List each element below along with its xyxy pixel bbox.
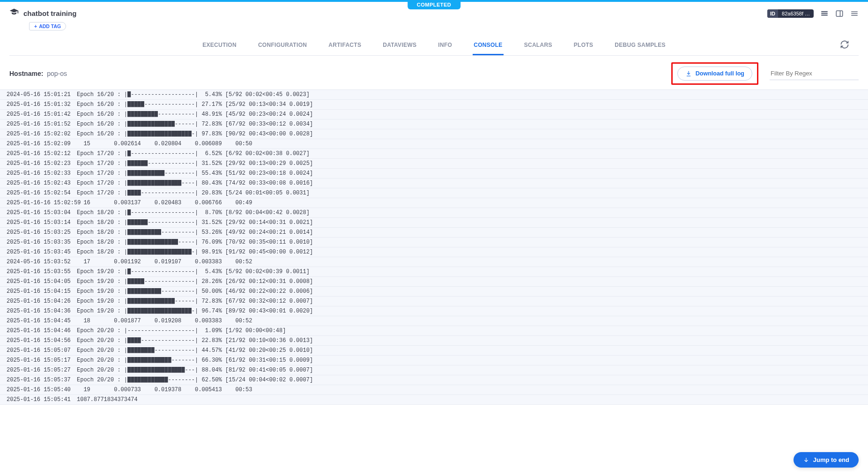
log-row: 2025-01-16 15:02:33Epoch 17/20 : |██████…: [0, 169, 868, 178]
menu-icon[interactable]: [850, 9, 859, 18]
panel-toggle-icon[interactable]: [835, 9, 844, 18]
download-full-log-button[interactable]: Download full log: [677, 67, 752, 81]
console-toolbar: Hostname: pop-os Download full log: [0, 56, 868, 90]
add-tag-row: + ADD TAG: [29, 22, 859, 30]
log-timestamp: 2025-01-16 15:03:35: [7, 239, 77, 245]
log-message: Epoch 18/20 : |███████████████-----| 76.…: [77, 239, 861, 245]
log-row: 2025-01-16 15:02:43Epoch 17/20 : |██████…: [0, 178, 868, 188]
plus-icon: +: [34, 23, 37, 29]
task-id-value: 82a6358f …: [778, 9, 814, 18]
log-message: 18 0.001877 0.019208 0.003383 00:52: [77, 318, 861, 324]
log-message: 19 0.000733 0.019378 0.005413 00:53: [77, 387, 861, 393]
log-timestamp: 2025-01-16 15:05:27: [7, 367, 77, 373]
tab-dataviews[interactable]: DATAVIEWS: [382, 37, 417, 55]
log-message: Epoch 20/20 : |████----------------| 22.…: [77, 337, 861, 344]
log-row: 2025-01-16 15:02:12Epoch 17/20 : |█-----…: [0, 149, 868, 159]
task-id-pill[interactable]: ID 82a6358f …: [767, 9, 814, 18]
log-timestamp: 2025-01-16 15:04:26: [7, 298, 77, 305]
list-view-icon[interactable]: [820, 9, 829, 18]
header-actions: ID 82a6358f …: [767, 9, 859, 18]
log-row: 2025-01-16 15:02:23Epoch 17/20 : |██████…: [0, 159, 868, 169]
log-message: Epoch 20/20 : |████████████--------| 62.…: [77, 377, 861, 383]
log-row: 2025-01-16 15:03:55Epoch 19/20 : |█-----…: [0, 267, 868, 277]
hostname-value: pop-os: [47, 70, 67, 77]
log-row: 2025-01-16 15:05:37Epoch 20/20 : |██████…: [0, 375, 868, 385]
log-message: Epoch 19/20 : |██████████----------| 50.…: [77, 288, 861, 295]
tabs: EXECUTIONCONFIGURATIONARTIFACTSDATAVIEWS…: [9, 37, 859, 56]
console-log: 2024-05-16 15:01:21Epoch 16/20 : |█-----…: [0, 90, 868, 405]
log-message: Epoch 18/20 : |█-------------------| 8.7…: [77, 209, 861, 216]
log-message: Epoch 20/20 : |█████████████-------| 66.…: [77, 357, 861, 364]
log-message: Epoch 17/20 : |█-------------------| 6.5…: [77, 150, 861, 157]
log-row: 2025-01-16 15:05:27Epoch 20/20 : |██████…: [0, 365, 868, 375]
log-message: Epoch 16/20 : |███████████████████-| 97.…: [77, 131, 861, 137]
tab-artifacts[interactable]: ARTIFACTS: [327, 37, 362, 55]
tab-configuration[interactable]: CONFIGURATION: [257, 37, 308, 55]
log-timestamp: 2025-01-16 15:02:33: [7, 170, 77, 177]
log-message: Epoch 19/20 : |███████████████████-| 96.…: [77, 308, 861, 314]
hostname-label: Hostname:: [9, 70, 43, 77]
page-title: chatbot training: [23, 9, 76, 17]
log-timestamp: 2024-05-16 15:01:21: [7, 91, 77, 98]
log-row: 2025-01-16 15:03:25Epoch 18/20 : |██████…: [0, 228, 868, 238]
filter-regex-input[interactable]: [770, 67, 859, 80]
log-timestamp: 2025-01-16 15:03:25: [7, 229, 77, 236]
tab-execution[interactable]: EXECUTION: [201, 37, 237, 55]
add-tag-label: ADD TAG: [39, 23, 61, 29]
log-message: Epoch 20/20 : |█████████████████---| 88.…: [77, 367, 861, 373]
status-badge: COMPLETED: [408, 0, 461, 9]
log-timestamp: 2025-01-16 15:05:40: [7, 387, 77, 393]
log-message: 15 0.002614 0.020804 0.006089 00:50: [77, 141, 861, 147]
tab-console[interactable]: CONSOLE: [473, 37, 503, 55]
download-button-label: Download full log: [696, 70, 744, 77]
log-message: 16 0.003137 0.020483 0.006766 00:49: [77, 200, 861, 206]
svg-rect-0: [836, 11, 843, 16]
log-row: 2025-01-16 15:03:45Epoch 18/20 : |██████…: [0, 247, 868, 257]
tab-scalars[interactable]: SCALARS: [523, 37, 553, 55]
log-message: Epoch 17/20 : |███████████---------| 55.…: [77, 170, 861, 177]
log-row: 2025-01-16 15:04:56Epoch 20/20 : |████--…: [0, 336, 868, 346]
log-row: 2025-01-16 15:04:45 18 0.001877 0.019208…: [0, 316, 868, 326]
log-message: Epoch 19/20 : |█████---------------| 28.…: [77, 278, 861, 285]
log-message: Epoch 18/20 : |██████--------------| 31.…: [77, 219, 861, 226]
tab-debug-samples[interactable]: DEBUG SAMPLES: [614, 37, 667, 55]
log-row: 2025-01-16 15:01:52Epoch 16/20 : |██████…: [0, 119, 868, 129]
log-row: 2025-01-16 15:01:32Epoch 16/20 : |█████-…: [0, 100, 868, 110]
log-row: 2025-01-16 15:03:14Epoch 18/20 : |██████…: [0, 218, 868, 228]
log-timestamp: 2025-01-16 15:02:43: [7, 180, 77, 186]
log-row: 2025-01-16 15:05:40 19 0.000733 0.019378…: [0, 385, 868, 395]
log-row: 2025-01-16 15:04:15Epoch 19/20 : |██████…: [0, 287, 868, 297]
download-highlight-box: Download full log: [671, 62, 758, 85]
log-timestamp: 2025-01-16 15:01:52: [7, 121, 77, 127]
log-timestamp: 2025-01-16 15:04:36: [7, 308, 77, 314]
refresh-icon[interactable]: [840, 40, 849, 51]
log-timestamp: 2025-01-16-16 15:02:59: [7, 200, 77, 206]
log-row: 2025-01-16 15:05:07Epoch 20/20 : |██████…: [0, 346, 868, 356]
log-message: Epoch 16/20 : |██████████████------| 72.…: [77, 121, 861, 127]
log-message: Epoch 18/20 : |██████████----------| 53.…: [77, 229, 861, 236]
log-timestamp: 2025-01-16 15:02:12: [7, 150, 77, 157]
log-row: 2025-01-16 15:04:46Epoch 20/20 : |------…: [0, 326, 868, 336]
log-row: 2025-01-16 15:03:35Epoch 18/20 : |██████…: [0, 238, 868, 247]
header: chatbot training ID 82a6358f … + ADD TAG…: [0, 2, 868, 56]
log-message: Epoch 17/20 : |████----------------| 20.…: [77, 190, 861, 196]
log-timestamp: 2025-01-16 15:02:54: [7, 190, 77, 196]
log-row: 2025-01-16 15:02:02Epoch 16/20 : |██████…: [0, 129, 868, 139]
log-timestamp: 2025-01-16 15:02:23: [7, 160, 77, 167]
log-timestamp: 2025-01-16 15:01:32: [7, 101, 77, 108]
graduation-cap-icon: [9, 7, 19, 19]
log-row: 2024-05-16 15:03:52 17 0.001192 0.019107…: [0, 257, 868, 267]
log-row: 2025-01-16 15:04:05Epoch 19/20 : |█████-…: [0, 277, 868, 287]
log-timestamp: 2025-01-16 15:02:02: [7, 131, 77, 137]
tab-info[interactable]: INFO: [437, 37, 453, 55]
log-timestamp: 2025-01-16 15:04:45: [7, 318, 77, 324]
log-row: 2025-01-16 15:04:36Epoch 19/20 : |██████…: [0, 306, 868, 316]
log-timestamp: 2025-01-16 15:05:41: [7, 396, 77, 403]
log-message: Epoch 16/20 : |█████████-----------| 48.…: [77, 111, 861, 118]
log-message: Epoch 18/20 : |███████████████████-| 98.…: [77, 249, 861, 255]
log-timestamp: 2025-01-16 15:05:37: [7, 377, 77, 383]
log-row: 2025-01-16 15:05:17Epoch 20/20 : |██████…: [0, 356, 868, 365]
add-tag-button[interactable]: + ADD TAG: [29, 22, 66, 30]
tab-plots[interactable]: PLOTS: [573, 37, 594, 55]
log-message: Epoch 20/20 : |--------------------| 1.0…: [77, 327, 861, 334]
